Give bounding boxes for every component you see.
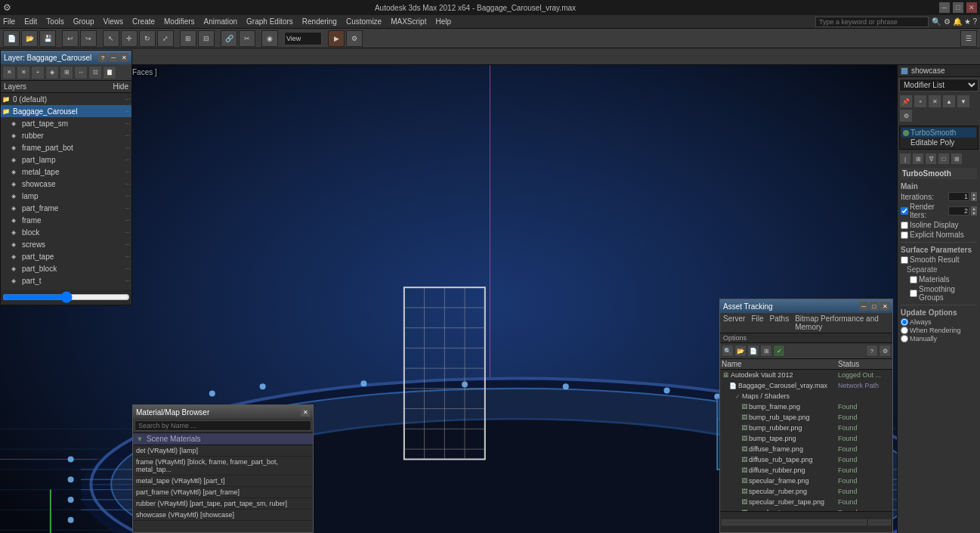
layer-item-13[interactable]: ◈ part_tape ··· — [1, 250, 131, 262]
asset-row-3[interactable]: 🖼 bump_frame.png Found — [720, 401, 892, 412]
layer-select-layer-btn[interactable]: ⊞ — [60, 66, 73, 79]
layer-help-button[interactable]: ? — [98, 53, 107, 62]
menu-create[interactable]: Create — [132, 17, 155, 26]
mat-item-4[interactable]: rubber (VRayMtl) [part_tape, part_tape_s… — [133, 498, 313, 510]
menu-customize[interactable]: Customize — [346, 17, 382, 26]
menu-modifiers[interactable]: Modifiers — [164, 17, 195, 26]
reference-coord[interactable] — [284, 32, 322, 45]
asset-row-6[interactable]: 🖼 bump_tape.png Found — [720, 433, 892, 444]
layer-item-10[interactable]: ◈ frame ··· — [1, 214, 131, 226]
layer-item-1[interactable]: 📁 Baggage_Carousel ··· — [1, 105, 131, 117]
move-down-icon[interactable]: ▼ — [957, 95, 970, 108]
mat-item-5[interactable]: showcase (VRayMtl) [showcase] — [133, 510, 313, 521]
asset-tb-btn2[interactable]: 📂 — [734, 345, 747, 357]
layer-item-9[interactable]: ◈ part_frame ··· — [1, 202, 131, 214]
layer-close-button[interactable]: ✕ — [119, 53, 128, 62]
always-radio[interactable] — [901, 318, 908, 326]
layer-item-7[interactable]: ◈ showcase ··· — [1, 178, 131, 190]
layer-item-3[interactable]: ◈ rubber ··· — [1, 129, 131, 141]
materials-check[interactable] — [910, 276, 917, 284]
pin-stack-icon[interactable]: 📌 — [899, 95, 913, 108]
layer-item-4[interactable]: ◈ frame_part_bot ··· — [1, 141, 131, 153]
move-button[interactable]: ✛ — [121, 30, 138, 47]
menu-group[interactable]: Group — [73, 17, 94, 26]
layer-add-btn[interactable]: + — [31, 66, 45, 79]
layer-delete-btn[interactable]: ✕ — [17, 66, 30, 79]
search-icon[interactable]: 🔍 — [932, 17, 941, 26]
modifier-list-dropdown[interactable]: Modifier List — [899, 79, 978, 91]
link-button[interactable]: 🔗 — [221, 30, 237, 47]
asset-row-7[interactable]: 🖼 diffuse_frame.png Found — [720, 444, 892, 454]
asset-row-2[interactable]: ✓ Maps / Shaders — [720, 391, 892, 401]
layer-scroll-slider[interactable] — [2, 291, 130, 303]
modifier-editable-poly[interactable]: Editable Poly — [901, 138, 976, 147]
asset-tb-help[interactable]: ? — [866, 345, 878, 357]
save-button[interactable]: 💾 — [39, 30, 56, 47]
asset-row-10[interactable]: 🖼 specular_frame.png Found — [720, 476, 892, 486]
configure-icon[interactable]: ⚙ — [899, 109, 913, 122]
open-button[interactable]: 📂 — [21, 30, 38, 47]
asset-menu-server[interactable]: Server — [723, 315, 745, 331]
mat-item-1[interactable]: frame (VRayMtl) [block, frame, frame_par… — [133, 457, 313, 476]
isoline-check[interactable] — [901, 222, 908, 229]
layer-item-5[interactable]: ◈ part_lamp ··· — [1, 153, 131, 166]
layer-new-btn[interactable]: ✕ — [2, 66, 16, 79]
asset-tracking-minimize[interactable]: ─ — [859, 302, 868, 311]
asset-row-9[interactable]: 🖼 diffuse_rubber.png Found — [720, 465, 892, 476]
asset-row-0[interactable]: 🏛 Autodesk Vault 2012 Logged Out ... — [720, 370, 892, 380]
asset-tb-btn1[interactable]: 🔍 — [722, 345, 734, 357]
rotate-button[interactable]: ↻ — [139, 30, 156, 47]
layer-collapse-btn[interactable]: ⊡ — [88, 66, 102, 79]
layer-item-0[interactable]: 📁 0 (default) ··· — [1, 93, 131, 105]
delete-icon[interactable]: ✕ — [928, 95, 941, 108]
layer-item-6[interactable]: ◈ metal_tape ··· — [1, 166, 131, 178]
asset-menu-paths[interactable]: Paths — [770, 315, 790, 331]
menu-tools[interactable]: Tools — [46, 17, 63, 26]
modifier-icon1[interactable]: | — [899, 153, 911, 165]
render-iters-input[interactable] — [948, 206, 969, 215]
asset-tb-settings[interactable]: ⚙ — [879, 345, 891, 357]
layer-manager[interactable]: ☰ — [960, 30, 977, 47]
snap2-button[interactable]: ⊟ — [198, 30, 215, 47]
asset-row-11[interactable]: 🖼 specular_ruber.png Found — [720, 486, 892, 497]
asset-row-5[interactable]: 🖼 bump_rubber.png Found — [720, 423, 892, 433]
menu-file[interactable]: File — [3, 17, 15, 26]
layer-item-11[interactable]: ◈ block ··· — [1, 226, 131, 238]
asset-options-label[interactable]: Options — [720, 333, 892, 343]
layer-item-8[interactable]: ◈ lamp ··· — [1, 190, 131, 202]
close-button[interactable]: ✕ — [966, 2, 977, 13]
minimize-button[interactable]: ─ — [939, 2, 950, 13]
snap-button[interactable]: ⊞ — [180, 30, 196, 47]
render-button[interactable]: ▶ — [328, 30, 345, 47]
add-icon[interactable]: + — [914, 95, 927, 108]
layer-minimize-button[interactable]: ─ — [109, 53, 118, 62]
maximize-button[interactable]: □ — [953, 2, 963, 13]
asset-row-1[interactable]: 📄 Baggage_Carousel_vray.max Network Path — [720, 380, 892, 391]
layer-expand-btn[interactable]: ↔ — [74, 66, 88, 79]
asset-row-12[interactable]: 🖼 specular_ruber_tape.png Found — [720, 497, 892, 507]
modifier-icon2[interactable]: ⊞ — [912, 153, 924, 165]
modifier-icon3[interactable]: ∇ — [925, 153, 937, 165]
material-button[interactable]: ◉ — [261, 30, 278, 47]
undo-button[interactable]: ↩ — [62, 30, 79, 47]
menu-maxscript[interactable]: MAXScript — [391, 17, 426, 26]
layer-select-obj-btn[interactable]: ◈ — [45, 66, 59, 79]
move-up-icon[interactable]: ▲ — [942, 95, 956, 108]
asset-menu-file[interactable]: File — [751, 315, 763, 331]
layer-item-15[interactable]: ◈ part_t ··· — [1, 274, 131, 287]
select-button[interactable]: ↖ — [103, 30, 119, 47]
asset-tracking-close[interactable]: ✕ — [880, 302, 889, 311]
layer-item-12[interactable]: ◈ screws ··· — [1, 238, 131, 250]
layer-item-14[interactable]: ◈ part_block ··· — [1, 262, 131, 274]
mat-item-0[interactable]: det (VRayMtl) [lamp] — [133, 445, 313, 457]
asset-tb-btn5[interactable]: ✓ — [773, 345, 785, 357]
iterations-input[interactable] — [948, 192, 969, 201]
mat-browser-close[interactable]: ✕ — [301, 407, 310, 417]
new-button[interactable]: 📄 — [3, 30, 20, 47]
menu-edit[interactable]: Edit — [24, 17, 37, 26]
redo-button[interactable]: ↪ — [80, 30, 97, 47]
asset-tb-btn3[interactable]: 📄 — [747, 345, 759, 357]
scale-button[interactable]: ⤢ — [157, 30, 174, 47]
material-search-input[interactable] — [134, 420, 311, 431]
menu-graph-editors[interactable]: Graph Editors — [246, 17, 293, 26]
